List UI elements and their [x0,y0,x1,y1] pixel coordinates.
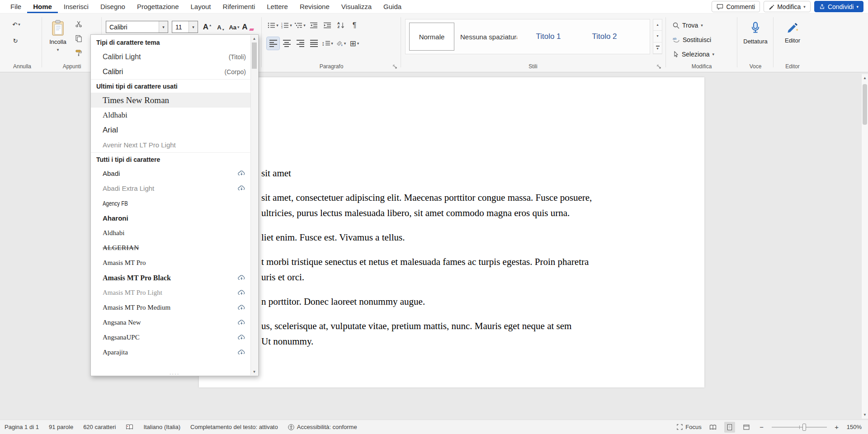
font-size-combo[interactable]: 11 ▾ [172,21,198,33]
font-name-combo[interactable]: Calibri ▾ [106,21,168,33]
clear-formatting-button[interactable]: A [241,21,254,33]
line-spacing-button[interactable]: ↕ ▾ [321,37,334,50]
zoom-slider[interactable] [772,427,827,428]
font-option[interactable]: Aldhabi [91,226,250,241]
sort-button[interactable]: AZ [335,19,347,32]
menu-tab[interactable]: Visualizza [335,0,377,13]
menu-tab[interactable]: Home [27,0,58,13]
undo-button[interactable]: ↶▾ [10,18,23,31]
gallery-up-button[interactable]: ▴ [653,19,662,31]
font-option[interactable]: ALGERIAN [91,241,250,255]
menu-tab[interactable]: Riferimenti [217,0,261,13]
share-button[interactable]: Condividi ▾ [814,1,863,12]
scroll-down-icon[interactable]: ▼ [862,413,868,417]
font-option[interactable]: Amasis MT Pro [91,255,250,270]
zoom-level[interactable]: 150% [847,424,862,430]
numbering-button[interactable]: 123 ▾ [280,19,293,32]
chevron-down-icon[interactable]: ▾ [189,21,198,33]
proofing-status[interactable] [126,424,133,430]
language-status[interactable]: Italiano (Italia) [143,424,180,430]
style-item[interactable]: Titolo 2 [579,23,630,51]
char-count[interactable]: 620 caratteri [83,424,116,430]
change-case-button[interactable]: Aa▾ [228,21,241,33]
zoom-out-button[interactable]: − [758,423,766,431]
scroll-up-icon[interactable]: ▲ [862,76,868,80]
document-scrollbar[interactable]: ▲ ▼ [861,74,868,419]
font-option[interactable]: Amasis MT Pro Medium [91,300,250,315]
find-button[interactable]: Trova ▾ [673,20,703,31]
font-option[interactable]: Arial [91,123,250,137]
justify-button[interactable] [307,37,320,50]
read-mode-button[interactable] [708,422,718,433]
align-right-button[interactable] [294,37,307,50]
font-option[interactable]: Calibri (Corpo) [91,64,250,79]
style-item[interactable]: Normale [409,23,454,51]
menu-tab[interactable]: Inserisci [58,0,94,13]
font-option[interactable]: Aparajita [91,345,250,360]
decrease-indent-button[interactable] [307,19,320,32]
menu-tab[interactable]: Progettazione [131,0,185,13]
paste-button[interactable]: Incolla ▾ [45,17,71,63]
increase-indent-button[interactable] [321,19,334,32]
zoom-in-button[interactable]: + [833,423,841,431]
redo-button[interactable]: ↻ [9,34,22,47]
dictate-button[interactable]: Dettatura [739,18,772,58]
format-painter-button[interactable] [73,48,84,58]
font-option[interactable]: Amasis MT Pro Light [91,285,250,300]
cut-button[interactable] [73,19,84,29]
font-option[interactable]: Amasis MT Pro Black [91,270,250,285]
dropdown-scrollbar[interactable]: ▲ ▼ [250,35,258,375]
bullets-button[interactable]: ▾ [267,19,279,32]
word-count[interactable]: 91 parole [49,424,73,430]
scroll-up-icon[interactable]: ▲ [251,37,258,41]
editor-button[interactable]: Editor [775,18,810,58]
comments-button[interactable]: Commenti [712,1,760,12]
replace-button[interactable]: ab Sostituisci [673,34,711,45]
styles-dialog-launcher[interactable] [656,64,662,70]
font-option[interactable]: Aldhabi [91,108,250,123]
menu-tab[interactable]: Layout [185,0,217,13]
zoom-slider-thumb[interactable] [802,424,806,431]
select-button[interactable]: Seleziona ▾ [673,49,714,60]
gallery-down-button[interactable]: ▾ [653,31,662,42]
scrollbar-thumb[interactable] [252,42,257,69]
font-option[interactable]: Times New Roman [91,93,250,108]
style-item[interactable]: Nessuna spaziatura [460,23,518,51]
scroll-down-icon[interactable]: ▼ [251,370,258,374]
web-layout-button[interactable] [741,422,752,433]
grow-font-button[interactable]: A▴ [201,21,213,33]
style-item[interactable]: Titolo 1 [523,23,574,51]
accessibility-status[interactable]: Accessibilità: conforme [288,424,357,430]
scrollbar-thumb[interactable] [863,84,867,125]
print-layout-button[interactable] [724,422,735,433]
menu-tab[interactable]: Disegno [94,0,131,13]
align-left-button[interactable] [267,37,279,50]
borders-button[interactable]: ⊞ ▾ [348,37,361,50]
font-option[interactable]: Agency FB [91,196,250,211]
shading-button[interactable]: ▾ [335,37,347,50]
show-formatting-button[interactable]: ¶ [348,19,361,32]
font-option[interactable]: Angsana New [91,315,250,330]
shrink-font-button[interactable]: A▾ [214,21,227,33]
focus-mode-button[interactable]: Focus [677,424,701,430]
document-text[interactable]: sit amet sit amet, consectetuer adipisci… [261,165,592,349]
multilevel-list-button[interactable]: ▾ [294,19,307,32]
font-option[interactable]: Abadi Extra Light [91,181,250,196]
copy-button[interactable] [73,33,84,43]
font-option[interactable]: Aharoni [91,211,250,226]
text-prediction-status[interactable]: Completamento del testo: attivato [190,424,278,430]
menu-tab[interactable]: Lettere [261,0,294,13]
font-option[interactable]: AngsanaUPC [91,330,250,345]
font-option[interactable]: Avenir Next LT Pro Light [91,137,250,152]
menu-tab[interactable]: Guida [377,0,407,13]
menu-tab[interactable]: Revisione [294,0,335,13]
gallery-more-button[interactable]: ▾ [653,42,662,54]
paragraph-dialog-launcher[interactable] [392,64,398,70]
align-center-button[interactable] [280,37,293,50]
page-count[interactable]: Pagina 1 di 1 [5,424,39,430]
font-option[interactable]: Abadi [91,166,250,181]
font-option[interactable]: Calibri Light (Titoli) [91,49,250,64]
chevron-down-icon[interactable]: ▾ [159,21,168,33]
editing-mode-button[interactable]: Modifica ▾ [764,1,811,12]
menu-tab[interactable]: File [5,0,27,13]
